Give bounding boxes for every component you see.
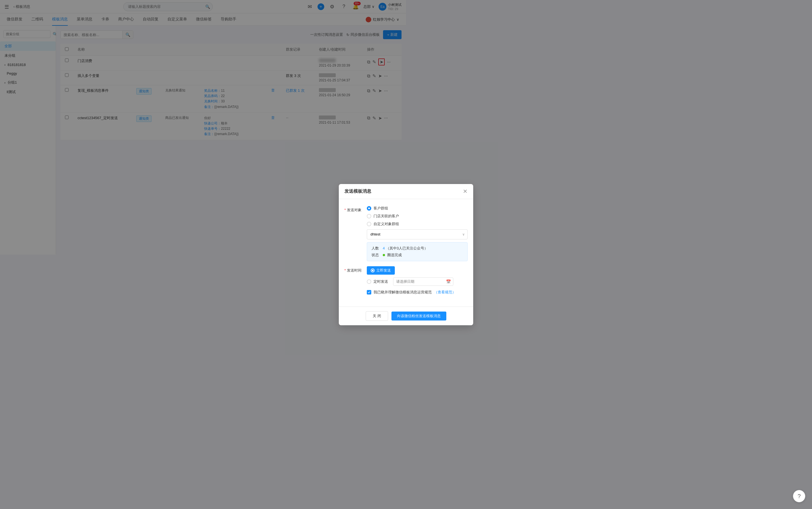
modal-title: 发送模板消息	[344, 189, 371, 194]
radio-unchecked-icon	[367, 222, 371, 226]
required-mark: *	[344, 208, 346, 212]
info-count-value: 4 （其中3人已关注公众号）	[383, 246, 406, 251]
send-template-modal: 发送模板消息 ✕ * 发送对象 客户群组	[339, 184, 406, 255]
target-option-customer-group[interactable]: 客户群组	[367, 206, 406, 211]
radio-checked-icon	[367, 206, 371, 211]
send-target-label: * 发送对象	[344, 206, 367, 212]
target-option-custom-group[interactable]: 自定义对象群组	[367, 222, 406, 227]
modal-body: * 发送对象 客户群组 门店关联的客户	[339, 199, 406, 255]
count-extra: （其中3人已关注公众号）	[386, 246, 406, 250]
info-status-row: 状态 圈选完成	[372, 252, 406, 255]
info-status-value: 圈选完成	[383, 252, 402, 255]
modal-overlay: 发送模板消息 ✕ * 发送对象 客户群组	[0, 0, 406, 254]
info-count-row: 人数 4 （其中3人已关注公众号）	[372, 246, 406, 251]
send-target-row: * 发送对象 客户群组 门店关联的客户	[344, 206, 406, 255]
target-option-store-customer[interactable]: 门店关联的客户	[367, 214, 406, 219]
group-select[interactable]: dhtest	[367, 229, 406, 239]
radio-label: 自定义对象群组	[374, 222, 399, 227]
radio-label: 门店关联的客户	[374, 214, 399, 219]
status-dot-icon	[383, 254, 385, 255]
info-status-label: 状态	[372, 252, 380, 255]
count-number: 4	[383, 246, 385, 250]
group-select-wrap: dhtest ∨	[367, 229, 406, 239]
target-radio-group: 客户群组 门店关联的客户 自定义对象群组	[367, 206, 406, 227]
info-count-label: 人数	[372, 246, 380, 251]
radio-label: 客户群组	[374, 206, 388, 211]
group-info-box: 人数 4 （其中3人已关注公众号） 状态 圈选完成	[367, 242, 406, 255]
radio-unchecked-icon	[367, 214, 371, 218]
status-text: 圈选完成	[387, 253, 402, 255]
send-target-content: 客户群组 门店关联的客户 自定义对象群组	[367, 206, 406, 255]
modal-header: 发送模板消息 ✕	[339, 184, 406, 199]
